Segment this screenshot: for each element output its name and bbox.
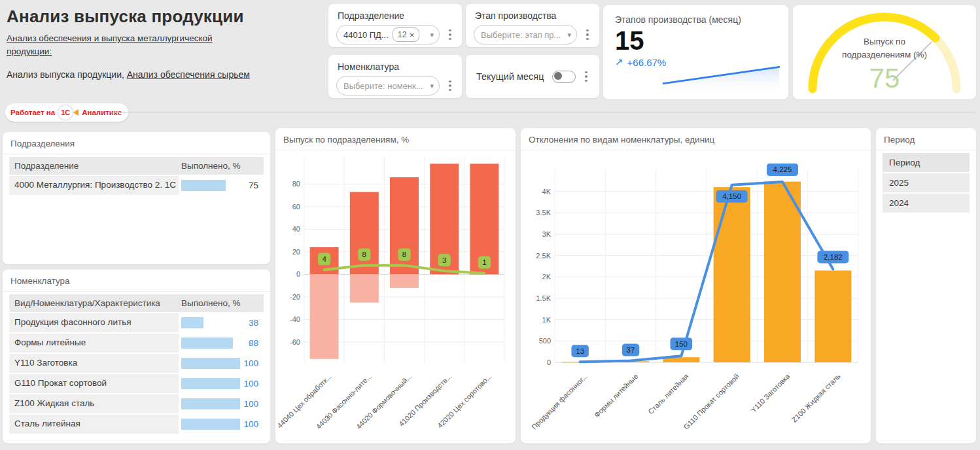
period-list-header[interactable]: Период [883, 153, 970, 172]
row-value-cell: 100 [179, 374, 264, 393]
row-name: Y110 Заготовка [9, 354, 179, 373]
nomenclature-select[interactable]: Выберите: номенк... ▾ [336, 76, 440, 95]
data-label-chip: 8 [358, 249, 370, 261]
completion-bar [181, 358, 240, 369]
chevron-down-icon[interactable]: ▾ [426, 31, 434, 39]
row-name: Продукция фасонного литья [9, 313, 179, 332]
stage-menu-button[interactable] [582, 29, 593, 41]
report-link-main[interactable]: Анализ обеспечения и выпуска металлургич… [7, 32, 222, 59]
svg-text:13: 13 [576, 347, 584, 355]
column-header-value[interactable]: Выполнено, % [179, 157, 264, 175]
table-row[interactable]: G110 Прокат сортовой100 [9, 374, 264, 393]
current-month-label: Текущий месяц [476, 71, 552, 82]
kpi-sparkline [661, 41, 782, 94]
svg-text:3: 3 [442, 256, 446, 264]
column-header-value[interactable]: Выполнено, % [179, 294, 264, 312]
column-header-name[interactable]: Вид/Номенклатура/Характеристика [9, 294, 179, 312]
y-axis-tick: 1.5K [536, 294, 551, 302]
gauge-card: Выпуск по подразделениям (%) 75 [793, 5, 976, 99]
completion-value: 38 [249, 318, 258, 328]
row-name: Z100 Жидкая сталь [9, 394, 179, 413]
row-name: 4000 Металлургия: Производство 2. 1С МК [9, 176, 179, 195]
y-axis-tick: 0 [547, 358, 551, 366]
1c-logo-arrow-icon [73, 109, 79, 116]
completion-bar [181, 317, 203, 328]
filter-nomenclature-label: Номенклатура [328, 55, 462, 72]
data-label-chip: 4,225 [767, 164, 798, 176]
row-value-cell: 100 [179, 394, 264, 413]
completion-bar [181, 378, 240, 389]
y-axis-tick: -60 [290, 338, 300, 346]
bar[interactable] [764, 182, 801, 362]
data-label-chip: 13 [571, 345, 588, 357]
row-value-cell: 38 [179, 313, 264, 332]
table-header: Вид/Номенклатура/Характеристика Выполнен… [9, 294, 264, 312]
completion-bar [181, 398, 240, 409]
y-axis-tick: -20 [290, 293, 300, 301]
data-label-chip: 37 [622, 344, 639, 356]
filter-card-current-month: Текущий месяц [466, 55, 599, 98]
data-label-chip: 8 [398, 249, 410, 261]
kpi-card-stages: Этапов производства (месяц) 15 ↗ +66.67% [603, 5, 788, 99]
subdivision-menu-button[interactable] [445, 29, 455, 41]
subdivision-count-chip[interactable]: 12 × [393, 27, 420, 42]
x-axis-label: G110 Прокат сортовой [682, 372, 741, 431]
column-header-name[interactable]: Подразделение [9, 157, 179, 175]
y-axis-tick: 2K [542, 273, 551, 281]
branding-badge: Работает на 1С Аналитике [5, 103, 128, 122]
row-value-cell: 75 [179, 176, 264, 195]
chart-title-output: Выпуск по подразделениям, % [275, 128, 516, 150]
nomenclature-placeholder: Выберите: номенк... [343, 81, 426, 91]
header-divider [111, 113, 975, 113]
current-month-menu-button[interactable] [581, 71, 591, 82]
bar[interactable] [310, 274, 339, 358]
output-by-subdivision-chart: 806040200-20-40-604883144040 Цех обработ… [283, 153, 508, 438]
branding-prefix: Работает на [10, 109, 55, 116]
chevron-down-icon[interactable]: ▾ [563, 31, 571, 39]
x-axis-label: Сталь литейная [646, 372, 690, 416]
table-row[interactable]: Сталь литейная100 [9, 415, 264, 434]
period-item[interactable]: 2024 [883, 194, 970, 213]
bar[interactable] [350, 274, 379, 302]
table-row[interactable]: Продукция фасонного литья38 [9, 313, 264, 332]
data-label-chip: 2,182 [817, 251, 849, 263]
subdivision-select[interactable]: 44010 ПД... 12 × ▾ [336, 25, 440, 44]
row-value-cell: 88 [179, 334, 264, 353]
data-label-chip: 1 [478, 256, 491, 269]
svg-text:8: 8 [402, 251, 406, 258]
report-link-raw-materials[interactable]: Анализ обеспечения сырьем [127, 69, 250, 80]
table-header: Подразделение Выполнено, % [9, 157, 264, 175]
svg-text:150: 150 [675, 340, 688, 348]
subdivisions-panel: Подразделения Подразделение Выполнено, %… [3, 132, 270, 264]
period-item[interactable]: 2025 [883, 173, 970, 192]
table-row[interactable]: Y110 Заготовка100 [9, 354, 264, 373]
filter-stage-label: Этап производства [466, 4, 599, 21]
page-header: Анализ выпуска продукции Анализ обеспече… [7, 7, 307, 80]
svg-text:2,182: 2,182 [824, 253, 843, 261]
data-label-chip: 4 [318, 253, 330, 266]
completion-value: 100 [243, 379, 258, 389]
bar[interactable] [390, 274, 419, 288]
bar[interactable] [350, 192, 379, 274]
stage-select[interactable]: Выберите: этап пр... ▾ [474, 25, 577, 44]
nomenclature-menu-button[interactable] [445, 80, 455, 92]
clear-selection-icon[interactable]: × [410, 30, 415, 40]
svg-text:4,225: 4,225 [773, 165, 792, 173]
subdivision-selected-value: 44010 ПД... [343, 30, 389, 40]
current-month-toggle[interactable] [552, 71, 576, 83]
y-axis-tick: 2.5K [536, 252, 551, 260]
chart-title-deviations: Отклонения по видам номенклатуры, единиц [521, 128, 871, 150]
y-axis-tick: 80 [292, 180, 300, 188]
table-row[interactable]: Z100 Жидкая сталь100 [9, 394, 264, 413]
output-by-subdivision-chart-panel: Выпуск по подразделениям, % 806040200-20… [275, 128, 516, 443]
completion-bar [181, 338, 233, 349]
page-title: Анализ выпуска продукции [7, 7, 307, 27]
table-row[interactable]: 4000 Металлургия: Производство 2. 1С МК7… [9, 176, 264, 195]
bar[interactable] [714, 187, 750, 362]
period-panel: Период Период 20252024 [876, 128, 976, 443]
table-row[interactable]: Формы литейные88 [9, 334, 264, 353]
svg-text:37: 37 [627, 346, 635, 354]
bar[interactable] [814, 271, 851, 362]
chevron-down-icon[interactable]: ▾ [426, 82, 434, 90]
row-name: Формы литейные [9, 334, 179, 353]
